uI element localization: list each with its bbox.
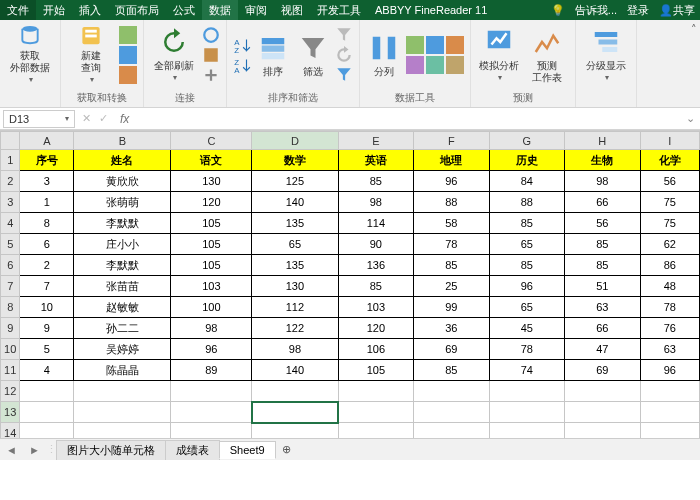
- table-row[interactable]: 114陈晶晶8914010585746996: [1, 360, 700, 381]
- table-row[interactable]: 99孙二二9812212036456676: [1, 318, 700, 339]
- cell[interactable]: 106: [338, 339, 414, 360]
- cell[interactable]: 98: [252, 339, 338, 360]
- table-row[interactable]: 23黄欣欣1301258596849856: [1, 171, 700, 192]
- cell[interactable]: 125: [252, 171, 338, 192]
- filter-button[interactable]: 筛选: [295, 24, 331, 86]
- remove-dup-icon[interactable]: [426, 36, 444, 54]
- add-sheet-button[interactable]: ⊕: [276, 443, 297, 456]
- cell[interactable]: 78: [640, 297, 699, 318]
- reapply-icon[interactable]: [335, 46, 353, 64]
- cell[interactable]: 张萌萌: [74, 192, 171, 213]
- flash-fill-icon[interactable]: [406, 36, 424, 54]
- cell[interactable]: [74, 402, 171, 423]
- row-header[interactable]: 3: [1, 192, 20, 213]
- cell[interactable]: 85: [414, 255, 490, 276]
- forecast-sheet-button[interactable]: 预测 工作表: [525, 24, 569, 86]
- cell[interactable]: 6: [20, 234, 74, 255]
- cell[interactable]: [414, 381, 490, 402]
- cell[interactable]: 赵敏敏: [74, 297, 171, 318]
- sheet-tab-2[interactable]: Sheet9: [219, 441, 276, 459]
- cell[interactable]: [171, 402, 252, 423]
- cell[interactable]: 63: [640, 339, 699, 360]
- cell[interactable]: 7: [20, 276, 74, 297]
- cell[interactable]: [414, 402, 490, 423]
- cell[interactable]: 45: [489, 318, 565, 339]
- what-if-button[interactable]: 模拟分析▾: [477, 24, 521, 86]
- cell[interactable]: 105: [338, 360, 414, 381]
- tab-review[interactable]: 审阅: [238, 0, 274, 20]
- cell[interactable]: [338, 381, 414, 402]
- cell[interactable]: [640, 381, 699, 402]
- cell[interactable]: 58: [414, 213, 490, 234]
- cell[interactable]: 105: [171, 234, 252, 255]
- cell[interactable]: 98: [171, 318, 252, 339]
- row-header[interactable]: 10: [1, 339, 20, 360]
- cell[interactable]: 78: [489, 339, 565, 360]
- cell[interactable]: 103: [171, 276, 252, 297]
- collapse-ribbon-icon[interactable]: ˄: [691, 23, 697, 36]
- row-header[interactable]: 4: [1, 213, 20, 234]
- column-headers[interactable]: ABCDEFGHI: [1, 132, 700, 150]
- row-header[interactable]: 5: [1, 234, 20, 255]
- cell[interactable]: 63: [565, 297, 641, 318]
- manage-model-icon[interactable]: [446, 56, 464, 74]
- cell[interactable]: 36: [414, 318, 490, 339]
- cell[interactable]: 66: [565, 318, 641, 339]
- cell[interactable]: 9: [20, 318, 74, 339]
- header-cell[interactable]: 历史: [489, 150, 565, 171]
- cell[interactable]: 105: [171, 255, 252, 276]
- cell[interactable]: 65: [489, 234, 565, 255]
- cell[interactable]: 张苗苗: [74, 276, 171, 297]
- cell[interactable]: 140: [252, 360, 338, 381]
- header-cell[interactable]: 英语: [338, 150, 414, 171]
- sheet-nav-next[interactable]: ►: [23, 444, 46, 456]
- tab-home[interactable]: 开始: [36, 0, 72, 20]
- header-cell[interactable]: 化学: [640, 150, 699, 171]
- cell[interactable]: 3: [20, 171, 74, 192]
- properties-icon[interactable]: [202, 46, 220, 64]
- clear-filter-icon[interactable]: [335, 26, 353, 44]
- row-header[interactable]: 13: [1, 402, 20, 423]
- cell[interactable]: 黄欣欣: [74, 171, 171, 192]
- cell[interactable]: [20, 402, 74, 423]
- cell[interactable]: 69: [414, 339, 490, 360]
- enter-icon[interactable]: ✓: [95, 112, 112, 125]
- cell[interactable]: 96: [640, 360, 699, 381]
- sheet-tab-0[interactable]: 图片大小随单元格: [56, 440, 166, 460]
- edit-links-icon[interactable]: [202, 66, 220, 84]
- connections-icon[interactable]: [202, 26, 220, 44]
- table-row[interactable]: 13: [1, 402, 700, 423]
- cell[interactable]: 85: [489, 213, 565, 234]
- cell[interactable]: 122: [252, 318, 338, 339]
- cell[interactable]: 96: [414, 171, 490, 192]
- cell[interactable]: 62: [640, 234, 699, 255]
- spreadsheet-grid[interactable]: ABCDEFGHI 1序号姓名语文数学英语地理历史生物化学23黄欣欣130125…: [0, 130, 700, 460]
- header-cell[interactable]: 姓名: [74, 150, 171, 171]
- tab-layout[interactable]: 页面布局: [108, 0, 166, 20]
- cell[interactable]: 135: [252, 213, 338, 234]
- cell[interactable]: 51: [565, 276, 641, 297]
- cell[interactable]: 56: [640, 171, 699, 192]
- cell[interactable]: 85: [338, 171, 414, 192]
- header-cell[interactable]: 序号: [20, 150, 74, 171]
- cell[interactable]: 85: [565, 234, 641, 255]
- cell[interactable]: 98: [338, 192, 414, 213]
- tab-abbyy[interactable]: ABBYY FineReader 11: [368, 0, 494, 20]
- cell[interactable]: 84: [489, 171, 565, 192]
- cell[interactable]: 孙二二: [74, 318, 171, 339]
- cell[interactable]: 100: [171, 297, 252, 318]
- cell[interactable]: 陈晶晶: [74, 360, 171, 381]
- sheet-tab-1[interactable]: 成绩表: [165, 440, 220, 460]
- cell[interactable]: 112: [252, 297, 338, 318]
- cell[interactable]: 庄小小: [74, 234, 171, 255]
- refresh-all-button[interactable]: 全部刷新▾: [150, 24, 198, 86]
- advanced-icon[interactable]: [335, 66, 353, 84]
- cell[interactable]: 李默默: [74, 213, 171, 234]
- row-header[interactable]: 8: [1, 297, 20, 318]
- tab-data[interactable]: 数据: [202, 0, 238, 20]
- cell[interactable]: 10: [20, 297, 74, 318]
- cell[interactable]: 65: [489, 297, 565, 318]
- cell[interactable]: 120: [171, 192, 252, 213]
- cell[interactable]: 85: [565, 255, 641, 276]
- cell[interactable]: [565, 402, 641, 423]
